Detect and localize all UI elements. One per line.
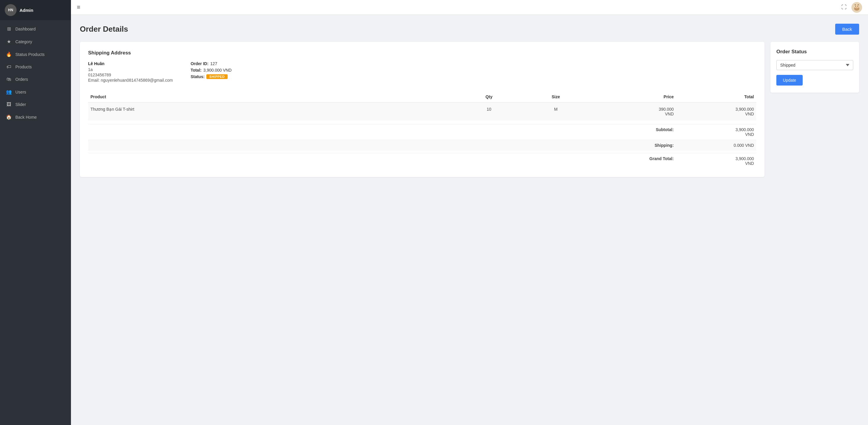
status-products-icon: 🔥 [6,52,12,57]
order-card: Shipping Address Lê Huân 1a 0123456789 E… [80,42,765,177]
subtotal-label: Subtotal: [88,124,676,140]
slider-icon: 🖼 [6,102,12,107]
sidebar-item-label: Users [16,90,26,94]
cell-total: 3,900.000VND [676,103,756,120]
sidebar-item-label: Dashboard [16,27,36,31]
order-table-body: Thương Bạn Gái T-shirt 10 M 390.000VND 3… [88,103,756,169]
cell-price: 390.000VND [589,103,676,120]
sidebar-item-slider[interactable]: 🖼Slider [0,98,71,111]
order-total-line: Total: 3,900.000 VND [191,68,232,73]
shipping-label: Shipping: [88,140,676,151]
sidebar-item-label: Orders [16,77,28,82]
sidebar-item-status-products[interactable]: 🔥Status Products [0,48,71,61]
sidebar-item-label: Status Products [16,52,44,57]
customer-name: Lê Huân [88,61,173,66]
sidebar-item-products[interactable]: 🏷Products [0,61,71,73]
order-id-label: Order ID: [191,61,209,66]
sidebar-item-label: Products [16,64,32,69]
sidebar-item-users[interactable]: 👥Users [0,86,71,98]
subtotal-value: 3,900.000VND [676,124,756,140]
order-status-label: Status: [191,74,205,79]
products-icon: 🏷 [6,64,12,69]
orders-icon: 🛍 [6,77,12,82]
sidebar-nav: ⊞Dashboard★Category🔥Status Products🏷Prod… [0,20,71,123]
back-button[interactable]: Back [835,24,859,35]
sidebar-item-label: Category [16,39,32,44]
sidebar-item-label: Back Home [16,115,37,119]
dashboard-icon: ⊞ [6,26,12,32]
shipping-row: Shipping: 0.000 VND [88,140,756,151]
order-table: Product Qty Size Price Total Thương Bạn … [88,91,756,169]
customer-email: Email: nguyenlehuan0814745869@gmail.com [88,78,173,83]
topbar-right: ⛶ [841,2,862,13]
order-status-card-title: Order Status [776,49,853,55]
shipping-section-title: Shipping Address [88,50,756,56]
menu-icon[interactable]: ≡ [77,4,81,11]
sidebar-item-dashboard[interactable]: ⊞Dashboard [0,23,71,35]
col-qty: Qty [456,91,522,103]
order-status-card: Order Status PendingProcessingShippedDel… [770,42,859,93]
col-total: Total [676,91,756,103]
status-badge: SHIPPED [206,74,228,79]
shipping-value: 0.000 VND [676,140,756,151]
content-area: Order Details Back Shipping Address Lê H… [71,15,868,425]
page-header: Order Details Back [80,24,859,35]
customer-phone: 0123456789 [88,73,173,77]
grand-total-value: 3,900.000VND [676,153,756,169]
sidebar-item-orders[interactable]: 🛍Orders [0,73,71,86]
order-info-block: Order ID: 127 Total: 3,900.000 VND Statu… [191,61,232,83]
sidebar-header: HN Admin [0,0,71,20]
page-title: Order Details [80,25,128,34]
cell-size: M [522,103,589,120]
grand-total-label: Grand Total: [88,153,676,169]
category-icon: ★ [6,39,12,45]
table-row: Thương Bạn Gái T-shirt 10 M 390.000VND 3… [88,103,756,120]
order-total-label: Total: [191,68,202,73]
order-id-value: 127 [210,61,217,66]
order-status-line: Status: SHIPPED [191,74,232,79]
order-id-line: Order ID: 127 [191,61,232,66]
subtotal-row: Subtotal: 3,900.000VND [88,124,756,140]
main-area: ≡ ⛶ Order Details Back [71,0,868,425]
sidebar-item-category[interactable]: ★Category [0,35,71,48]
fullscreen-icon[interactable]: ⛶ [841,4,847,10]
shipping-address-block: Lê Huân 1a 0123456789 Email: nguyenlehua… [88,61,173,83]
update-button[interactable]: Update [776,75,803,86]
col-price: Price [589,91,676,103]
back-home-icon: 🏠 [6,114,12,120]
status-select[interactable]: PendingProcessingShippedDeliveredCancell… [776,60,853,70]
cell-qty: 10 [456,103,522,120]
topbar: ≡ ⛶ [71,0,868,15]
col-size: Size [522,91,589,103]
svg-point-3 [855,6,856,6]
cell-product: Thương Bạn Gái T-shirt [88,103,456,120]
table-header-row: Product Qty Size Price Total [88,91,756,103]
svg-point-4 [857,6,858,6]
order-total-value: 3,900.000 VND [204,68,232,73]
customer-address: 1a [88,67,173,72]
sidebar-admin-label: Admin [20,8,33,13]
sidebar-item-label: Slider [16,102,26,107]
content-row: Shipping Address Lê Huân 1a 0123456789 E… [80,42,859,177]
users-icon: 👥 [6,89,12,95]
user-avatar [851,2,862,13]
col-product: Product [88,91,456,103]
sidebar: HN Admin ⊞Dashboard★Category🔥Status Prod… [0,0,71,425]
grand-total-row: Grand Total: 3,900.000VND [88,153,756,169]
sidebar-logo: HN [5,4,17,16]
shipping-info-row: Lê Huân 1a 0123456789 Email: nguyenlehua… [88,61,756,83]
sidebar-item-back-home[interactable]: 🏠Back Home [0,111,71,123]
